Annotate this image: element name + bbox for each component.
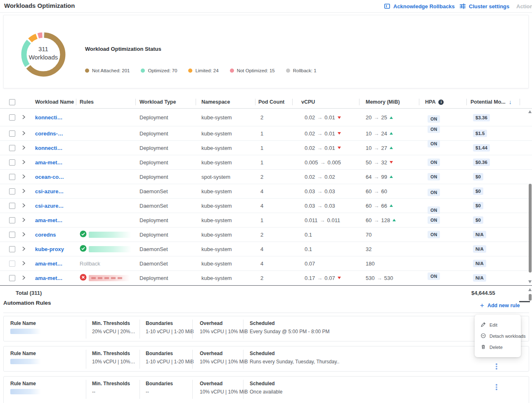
expand-chevron-icon[interactable] [22,232,25,238]
expand-chevron-icon[interactable] [22,159,25,166]
horizontal-scrollbar-thumb[interactable] [519,301,530,302]
trend-up-icon [392,219,396,221]
scrollbar-thumb[interactable] [529,184,532,273]
col-header-namespace[interactable]: Namespace [196,96,255,108]
acknowledge-rollbacks-button[interactable]: Acknowledge Rollbacks [384,0,455,12]
expand-chevron-icon[interactable] [22,246,25,252]
memory-to: 128 [381,217,390,223]
row-checkbox[interactable] [9,275,15,281]
memory-from: 70 [366,232,371,238]
col-header-rules[interactable]: Rules [76,96,135,108]
row-checkbox[interactable] [9,145,15,151]
trend-down-icon [338,147,341,149]
row-checkbox[interactable] [9,232,15,238]
hpa-info-icon[interactable]: i [438,100,444,105]
expand-chevron-icon[interactable] [22,203,25,209]
arrow-right-icon: → [317,114,322,121]
trend-down-icon [338,132,341,135]
col-header-workload-name[interactable]: Workload Name [31,96,76,108]
table-row: csi-azure…DaemonSetkube-system40.03→0.03… [0,184,532,199]
field-divider [140,350,140,369]
scrollbar-down-arrow[interactable] [528,280,532,283]
workload-name-link[interactable]: ocean-co… [35,174,64,180]
expand-chevron-icon[interactable] [22,114,25,121]
row-checkbox[interactable] [9,159,15,166]
row-checkbox[interactable] [9,130,15,137]
workload-name-link[interactable]: csi-azure… [35,188,64,194]
scrollbar-up-arrow[interactable] [528,110,532,113]
pod-count-cell: 4 [255,184,292,198]
menu-item-detach-workloads[interactable]: Detach workloads [475,330,521,341]
legend-item-limited: Limited: 24 [188,68,218,73]
menu-item-edit[interactable]: Edit [475,319,521,330]
rule-name-redacted [10,329,41,334]
rule-menu-kebab-icon[interactable] [496,384,497,390]
expand-chevron-icon[interactable] [22,130,25,137]
menu-item-delete[interactable]: Delete [475,341,521,353]
potential-savings-badge: $1.44 [473,144,490,152]
arrow-right-icon: → [374,130,379,137]
row-checkbox[interactable] [9,246,15,252]
workload-name-link[interactable]: ama-met… [35,261,62,267]
cluster-settings-button[interactable]: Cluster settings [459,0,509,12]
trend-up-icon [390,132,393,135]
row-checkbox[interactable] [9,174,15,180]
col-header-workload-type[interactable]: Workload Type [135,96,196,108]
workload-name-link[interactable]: konnecti… [35,145,62,151]
workload-name-link[interactable]: coredns-… [35,130,63,137]
add-new-rule-button[interactable]: + Add new rule [480,302,520,309]
scrollbar2-up-arrow[interactable] [528,288,532,291]
workload-name-link[interactable]: konnecti… [35,114,62,121]
expand-chevron-icon[interactable] [22,188,25,194]
table-row: coredns-…Deploymentkube-system10.02→0.01… [0,126,532,141]
workload-name-link[interactable]: kube-proxy [35,246,64,252]
memory-from: 10 [366,130,371,137]
col-header-vcpu[interactable]: vCPU [292,96,359,108]
vcpu-cell: 0.03→0.03 [292,199,359,213]
potential-savings-badge: N/A [473,274,486,282]
namespace-cell: kube-system [196,184,255,198]
row-checkbox[interactable] [9,188,15,194]
col-header-memory[interactable]: Memory (MiB) [359,96,419,108]
table-row: corednsDeploymentkube-system20.170ONN/A [0,228,532,242]
row-checkbox[interactable] [9,114,15,121]
workload-name-link[interactable]: csi-azure… [35,203,64,209]
rule-name-redacted [89,246,131,252]
workload-name-link[interactable]: ama-met… [35,217,62,223]
hpa-on-badge: ON [428,140,440,147]
col-header-potential[interactable]: Potential Mo...↓ [466,96,520,108]
col-header-pod-count[interactable]: Pod Count [255,96,292,108]
workload-type-cell: Deployment [135,271,196,285]
row-checkbox[interactable] [9,261,15,267]
table-row: csi-azure…DaemonSetkube-system40.03→0.03… [0,199,532,213]
thresholds-field: Min. Thresholds10% vCPU | 10%… [92,351,135,365]
workload-name-link[interactable]: coredns [35,232,56,238]
expand-chevron-icon[interactable] [22,145,25,151]
legend-dot [188,69,192,73]
pod-count-cell: 2 [255,109,292,126]
scheduled-field: ScheduledEvery Sunday @ 5:00 PM - 8:00 P… [250,320,330,334]
legend-label: Limited: 24 [195,68,218,73]
select-all-checkbox[interactable] [9,99,15,105]
vcpu-cell: 0.17→0.07 [292,271,359,285]
scrollbar2-thumb[interactable] [529,294,532,301]
row-checkbox[interactable] [9,217,15,223]
rule-menu-kebab-icon[interactable] [496,363,497,370]
col-header-hpa[interactable]: HPAi [419,96,466,108]
row-checkbox[interactable] [9,203,15,209]
status-legend: Not Attached: 201Optimized: 70Limited: 2… [85,68,317,73]
workload-name-link[interactable]: ama-met… [35,159,62,166]
expand-chevron-icon[interactable] [22,275,25,281]
rule-context-menu: Edit Detach workloads Delete [475,315,521,357]
vcpu-cell: 0.02→0.01 [292,126,359,140]
expand-chevron-icon[interactable] [22,261,25,267]
expand-chevron-icon[interactable] [22,217,25,223]
workload-name-link[interactable]: ama-met… [35,275,62,281]
sort-desc-icon[interactable]: ↓ [509,99,512,105]
boundaries-field: Boundaries1-10 vCPU | 1-20 MiB [146,351,194,365]
field-divider [243,350,244,369]
vcpu-from: 0.02 [305,130,315,137]
potential-savings-badge: $0 [473,173,483,180]
expand-chevron-icon[interactable] [22,174,25,180]
hpa-on-badge: ON [428,216,440,224]
